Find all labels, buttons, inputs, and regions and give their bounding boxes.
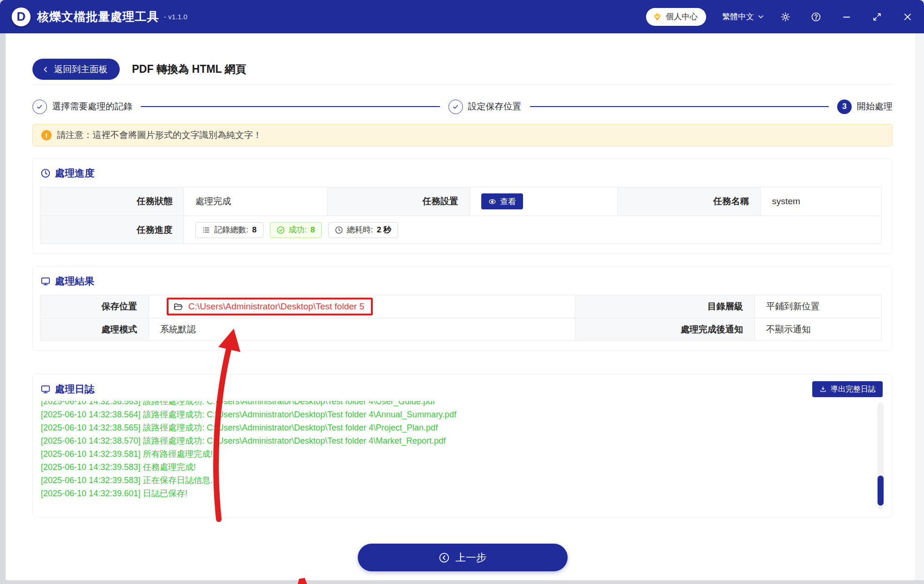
logo-letter: D [17, 9, 26, 24]
elapsed-time-label: 總耗時: [347, 224, 373, 235]
download-icon [819, 385, 827, 393]
user-center-label: 個人中心 [666, 11, 698, 22]
warning-icon: ! [41, 130, 52, 140]
log-line: [2025-06-10 14:32:39.601] 日誌已保存! [41, 487, 885, 500]
folder-open-icon [173, 302, 183, 312]
main-content: 返回到主面板 PDF 轉換為 HTML 網頁 選擇需要處理的記錄 設定保存位置 … [6, 33, 916, 580]
maximize-icon[interactable] [872, 12, 882, 22]
view-settings-button[interactable]: 查看 [481, 193, 523, 209]
close-icon[interactable] [902, 12, 913, 22]
log-line: [2025-06-10 14:32:39.581] 所有路徑處理完成! [41, 447, 885, 461]
task-progress-cell: 記錄總數: 8 成功: 8 [184, 215, 881, 244]
step-2-label: 設定保存位置 [468, 100, 522, 113]
header-divider [32, 84, 893, 85]
previous-step-label: 上一步 [455, 551, 486, 565]
monitor-icon [40, 276, 51, 286]
task-name-label: 任務名稱 [617, 187, 760, 215]
chevron-left-icon [42, 66, 49, 73]
progress-section-header: 處理進度 [33, 159, 892, 180]
window-controls [780, 12, 913, 22]
back-to-dashboard-button[interactable]: 返回到主面板 [32, 59, 120, 80]
language-selector[interactable]: 繁體中文 [722, 11, 764, 22]
task-status-value: 處理完成 [184, 187, 326, 215]
log-line: [2025-06-10 14:32:38.563] 該路徑處理成功: C:\Us… [41, 401, 885, 408]
elapsed-time-value: 2 秒 [377, 224, 391, 235]
language-label: 繁體中文 [722, 11, 754, 22]
log-line: [2025-06-10 14:32:39.583] 任務處理完成! [41, 461, 885, 474]
titlebar-actions: 個人中心 繁體中文 [646, 8, 913, 26]
check-circle-icon [277, 226, 285, 234]
back-button-label: 返回到主面板 [54, 63, 108, 76]
log-section-header: 處理日誌 導出完整日誌 [33, 375, 892, 396]
view-icon [488, 198, 496, 206]
progress-section: 處理進度 任務狀態 處理完成 任務設置 查看 任務名稱 system 任務進度 [32, 158, 893, 254]
minimize-icon[interactable] [841, 12, 852, 22]
settings-gear-icon[interactable] [780, 12, 791, 22]
annotation-box: C:\Users\Administrator\Desktop\Test fold… [167, 298, 373, 315]
help-icon[interactable] [811, 12, 821, 22]
gem-icon [653, 12, 662, 22]
log-line: [2025-06-10 14:32:38.565] 該路徑處理成功: C:\Us… [41, 421, 885, 434]
notify-label: 處理完成後通知 [575, 318, 755, 340]
view-button-label: 查看 [500, 196, 516, 207]
log-section-title: 處理日誌 [55, 383, 94, 396]
log-section: 處理日誌 導出完整日誌 [2025-06-10 14:32:38.563] 該路… [32, 374, 893, 518]
step-2-check-icon [448, 100, 463, 114]
titlebar: D 核爍文檔批量處理工具 - v1.1.0 個人中心 繁體中文 [0, 0, 924, 33]
save-location-label: 保存位置 [41, 295, 148, 318]
task-settings-cell: 查看 [470, 187, 617, 215]
task-progress-label: 任務進度 [41, 215, 184, 244]
process-mode-label: 處理模式 [41, 318, 148, 340]
log-scrollbar-thumb[interactable] [878, 476, 884, 506]
save-location-cell: C:\Users\Administrator\Desktop\Test fold… [148, 295, 575, 318]
step-3-number: 3 [837, 100, 852, 114]
log-scrollbar-track[interactable] [878, 403, 884, 510]
app-logo: D [12, 8, 31, 26]
directory-level-value: 平鋪到新位置 [755, 295, 881, 318]
window-scrollbar[interactable] [916, 33, 924, 580]
result-table: 保存位置 C:\Users\Administrator\Desktop\Test… [40, 295, 882, 341]
task-settings-label: 任務設置 [327, 187, 470, 215]
log-viewport: [2025-06-10 14:32:38.563] 該路徑處理成功: C:\Us… [40, 401, 885, 510]
step-connector [141, 106, 440, 107]
log-lines: [2025-06-10 14:32:38.563] 該路徑處理成功: C:\Us… [40, 401, 885, 500]
result-section-title: 處理結果 [55, 275, 94, 288]
total-records-value: 8 [252, 225, 256, 235]
process-mode-value: 系統默認 [148, 318, 575, 340]
user-center-button[interactable]: 個人中心 [646, 8, 706, 26]
progress-section-title: 處理進度 [55, 167, 94, 180]
progress-table: 任務狀態 處理完成 任務設置 查看 任務名稱 system 任務進度 [40, 187, 882, 244]
footer: 上一步 [32, 544, 893, 571]
notice-text: 請注意：這裡不會將圖片形式的文字識別為純文字！ [57, 129, 262, 141]
progress-badges: 記錄總數: 8 成功: 8 [195, 222, 398, 238]
circle-chevron-left-icon [439, 552, 450, 563]
monitor-icon [40, 384, 51, 394]
result-section: 處理結果 保存位置 C:\Users\Administrator\Desktop… [32, 266, 893, 351]
elapsed-time-badge: 總耗時: 2 秒 [328, 222, 398, 238]
chevron-down-icon [757, 13, 764, 20]
save-location-path-link[interactable]: C:\Users\Administrator\Desktop\Test fold… [188, 301, 364, 312]
app-version: - v1.1.0 [164, 13, 187, 21]
notice-banner: ! 請注意：這裡不會將圖片形式的文字識別為純文字！ [32, 124, 893, 146]
success-label: 成功: [289, 224, 307, 235]
page-title: PDF 轉換為 HTML 網頁 [132, 62, 246, 77]
stepper: 選擇需要處理的記錄 設定保存位置 3 開始處理 [32, 97, 893, 116]
list-icon [202, 226, 210, 234]
export-log-label: 導出完整日誌 [831, 384, 876, 394]
clock-icon [335, 226, 343, 234]
previous-step-button[interactable]: 上一步 [358, 544, 568, 571]
success-badge: 成功: 8 [270, 222, 322, 238]
log-line: [2025-06-10 14:32:38.570] 該路徑處理成功: C:\Us… [41, 434, 885, 447]
app-title: 核爍文檔批量處理工具 [37, 9, 159, 24]
page-header-row: 返回到主面板 PDF 轉換為 HTML 網頁 [32, 59, 893, 80]
total-records-label: 記錄總數: [214, 224, 248, 235]
export-log-button[interactable]: 導出完整日誌 [812, 381, 883, 397]
clock-icon [40, 168, 51, 178]
result-section-header: 處理結果 [33, 267, 892, 288]
log-line: [2025-06-10 14:32:38.564] 該路徑處理成功: C:\Us… [41, 408, 885, 421]
task-name-value: system [760, 187, 881, 215]
step-connector [530, 106, 829, 107]
log-line: [2025-06-10 14:32:39.583] 正在保存日誌信息... [41, 474, 885, 487]
step-3-label: 開始處理 [857, 100, 893, 113]
app-window: D 核爍文檔批量處理工具 - v1.1.0 個人中心 繁體中文 [0, 0, 924, 584]
